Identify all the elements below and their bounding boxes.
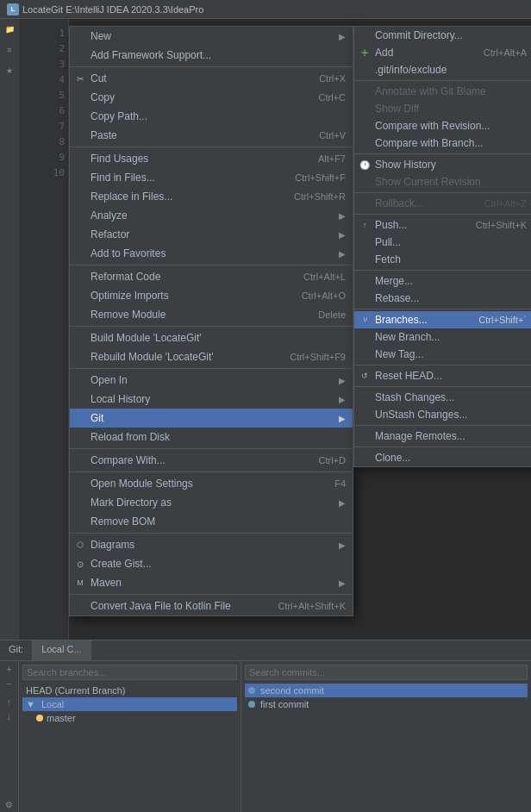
sep1 [70, 66, 353, 67]
branches-icon: ⑂ [358, 313, 372, 327]
menu-item-add-framework[interactable]: Add Framework Support... [70, 46, 353, 65]
git-menu-annotate[interactable]: Annotate with Git Blame [354, 83, 531, 100]
menu-item-analyze[interactable]: Analyze ▶ [70, 206, 353, 225]
panel-up-button[interactable]: ↑ [7, 697, 11, 707]
git-menu-show-diff[interactable]: Show Diff [354, 100, 531, 117]
git-sep9 [354, 425, 531, 426]
master-branch-item[interactable]: master [22, 711, 237, 725]
favorites-icon[interactable]: ★ [3, 64, 16, 78]
menu-item-copy-path[interactable]: Copy Path... [70, 107, 353, 126]
panel-add-button[interactable]: + [7, 665, 12, 674]
panel-remove-button[interactable]: − [7, 679, 12, 689]
commit-right-panel: second commit first commit [241, 661, 531, 812]
commit-dot-2 [248, 701, 255, 708]
menu-item-remove-module[interactable]: Remove Module Delete [70, 305, 353, 324]
branch-left-panel: HEAD (Current Branch) ▼ Local master [19, 661, 241, 812]
menu-item-paste[interactable]: Paste Ctrl+V [70, 126, 353, 145]
menu-item-remove-bom[interactable]: Remove BOM [70, 512, 353, 531]
git-menu-show-current-revision[interactable]: Show Current Revision [354, 173, 531, 191]
second-commit-item[interactable]: second commit [245, 684, 528, 697]
sep5 [70, 368, 353, 369]
panel-tab-git[interactable]: Git: [0, 640, 33, 660]
head-branch-item[interactable]: HEAD (Current Branch) [22, 684, 237, 697]
line-numbers: 1 2 3 4 5 6 7 8 9 10 [19, 19, 69, 640]
git-menu-stash-changes[interactable]: Stash Changes... [354, 389, 531, 406]
git-menu-push[interactable]: ↑ Push... Ctrl+Shift+K [354, 216, 531, 234]
git-menu-rebase[interactable]: Rebase... [354, 290, 531, 307]
panel-down-button[interactable]: ↓ [7, 712, 11, 721]
menu-item-reformat[interactable]: Reformat Code Ctrl+Alt+L [70, 267, 353, 286]
menu-item-cut[interactable]: ✂ Cut Ctrl+X [70, 69, 353, 88]
git-menu-rollback[interactable]: Rollback... Ctrl+Alt+Z [354, 195, 531, 212]
menu-item-refactor[interactable]: Refactor ▶ [70, 225, 353, 244]
git-menu-manage-remotes[interactable]: Manage Remotes... [354, 428, 531, 445]
git-menu-pull[interactable]: Pull... [354, 234, 531, 251]
panel-side-toolbar: + − ↑ ↓ ⚙ [0, 661, 19, 812]
menu-item-diagrams[interactable]: ⬡ Diagrams ▶ [70, 535, 353, 554]
menu-item-maven[interactable]: M Maven ▶ [70, 573, 353, 592]
branch-search-left[interactable] [22, 665, 237, 680]
menu-item-open-module-settings[interactable]: Open Module Settings F4 [70, 474, 353, 493]
menu-item-rebuild-module[interactable]: Rebuild Module 'LocateGit' Ctrl+Shift+F9 [70, 347, 353, 366]
git-menu-clone[interactable]: Clone... [354, 449, 531, 466]
git-menu-reset-head[interactable]: ↺ Reset HEAD... [354, 367, 531, 384]
panel-content: + − ↑ ↓ ⚙ HEAD (Current Branch) ▼ Local … [0, 661, 531, 812]
sep9 [70, 594, 353, 595]
git-sep3 [354, 192, 531, 193]
title-text: LocateGit E:\IntelliJ IDEA 2020.3.3\Idea… [22, 4, 203, 15]
menu-item-local-history[interactable]: Local History ▶ [70, 390, 353, 409]
menu-item-find-usages[interactable]: Find Usages Alt+F7 [70, 149, 353, 168]
master-dot [36, 715, 43, 721]
menu-item-optimize-imports[interactable]: Optimize Imports Ctrl+Alt+O [70, 286, 353, 305]
git-menu-fetch[interactable]: Fetch [354, 251, 531, 268]
menu-item-new[interactable]: New ▶ [70, 27, 353, 46]
git-menu-exclude[interactable]: .git/info/exclude [354, 61, 531, 78]
menu-item-build-module[interactable]: Build Module 'LocateGit' [70, 328, 353, 347]
local-branch-group[interactable]: ▼ Local [22, 697, 237, 711]
expand-icon: ▼ [26, 699, 35, 709]
push-icon: ↑ [358, 218, 372, 232]
git-sep5 [354, 270, 531, 271]
gist-icon: ⊙ [73, 557, 87, 571]
git-submenu: Commit Directory... + Add Ctrl+Alt+A .gi… [353, 26, 531, 467]
git-menu-merge[interactable]: Merge... [354, 272, 531, 290]
menu-item-mark-directory[interactable]: Mark Directory as ▶ [70, 493, 353, 512]
menu-item-create-gist[interactable]: ⊙ Create Gist... [70, 554, 353, 573]
reset-icon: ↺ [358, 369, 372, 383]
menu-item-copy[interactable]: Copy Ctrl+C [70, 88, 353, 107]
menu-item-add-to-favorites[interactable]: Add to Favorites ▶ [70, 244, 353, 263]
git-menu-show-history[interactable]: 🕐 Show History [354, 156, 531, 173]
menu-item-find-in-files[interactable]: Find in Files... Ctrl+Shift+F [70, 168, 353, 187]
git-bottom-panel: Git: Local C... + − ↑ ↓ ⚙ HEAD (Current … [0, 640, 531, 812]
git-menu-unstash-changes[interactable]: UnStash Changes... [354, 406, 531, 423]
panel-tab-local[interactable]: Local C... [33, 640, 91, 660]
panel-settings-button[interactable]: ⚙ [5, 800, 13, 809]
menu-item-git[interactable]: Git ▶ [70, 409, 353, 428]
git-menu-compare-revision[interactable]: Compare with Revision... [354, 117, 531, 134]
git-menu-add[interactable]: + Add Ctrl+Alt+A [354, 44, 531, 61]
first-commit-item[interactable]: first commit [245, 697, 528, 711]
menu-item-convert-java[interactable]: Convert Java File to Kotlin File Ctrl+Al… [70, 597, 353, 615]
git-menu-compare-branch[interactable]: Compare with Branch... [354, 134, 531, 152]
git-sep4 [354, 214, 531, 215]
git-menu-branches[interactable]: ⑂ Branches... Ctrl+Shift+` [354, 311, 531, 328]
sep8 [70, 533, 353, 534]
structure-icon[interactable]: ≡ [3, 43, 16, 57]
git-menu-new-tag[interactable]: New Tag... [354, 346, 531, 363]
context-menu: New ▶ Add Framework Support... ✂ Cut Ctr… [69, 26, 353, 616]
cut-icon: ✂ [73, 72, 87, 85]
left-icon-bar: 📁 ≡ ★ [0, 19, 19, 640]
git-sep10 [354, 447, 531, 447]
git-sep6 [354, 309, 531, 309]
menu-item-reload-from-disk[interactable]: Reload from Disk [70, 428, 353, 447]
git-sep7 [354, 365, 531, 365]
diagrams-icon: ⬡ [73, 538, 87, 552]
menu-item-replace-in-files[interactable]: Replace in Files... Ctrl+Shift+R [70, 187, 353, 206]
project-icon[interactable]: 📁 [3, 22, 16, 36]
git-menu-commit-dir[interactable]: Commit Directory... [354, 27, 531, 44]
git-menu-new-branch[interactable]: New Branch... [354, 328, 531, 346]
commit-search-right[interactable] [245, 665, 528, 680]
menu-item-compare-with[interactable]: Compare With... Ctrl+D [70, 451, 353, 470]
menu-item-open-in[interactable]: Open In ▶ [70, 371, 353, 390]
sep6 [70, 448, 353, 449]
